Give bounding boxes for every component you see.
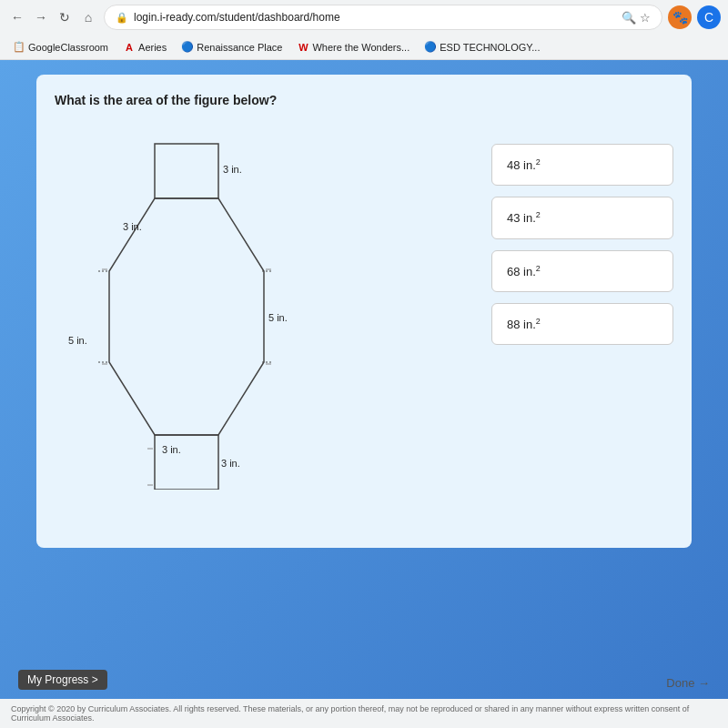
content-area: What is the area of the figure below? 3 … <box>0 60 728 699</box>
svg-text:3 in.: 3 in. <box>221 458 240 469</box>
wonders-icon: W <box>297 41 309 54</box>
my-progress-chevron: > <box>92 673 98 686</box>
bottom-bar: Done → <box>666 676 710 690</box>
bookmark-wonders[interactable]: W Where the Wonders... <box>291 39 415 56</box>
figure-svg: 3 in. 3 in. 5 in. 5 in. 3 i <box>55 126 328 490</box>
search-icon: 🔍 <box>622 11 636 25</box>
bookmark-label: ESD TECHNOLOGY... <box>440 42 540 53</box>
esd-icon: 🔵 <box>424 41 437 54</box>
googleclassroom-icon: 📋 <box>13 41 25 54</box>
svg-rect-2 <box>155 435 218 490</box>
lock-icon: 🔒 <box>116 12 128 24</box>
my-progress-label: My Progress <box>27 673 88 686</box>
star-icon: ☆ <box>640 11 651 25</box>
bookmark-esd[interactable]: 🔵 ESD TECHNOLOGY... <box>419 39 545 56</box>
my-progress-button[interactable]: My Progress > <box>18 670 107 690</box>
question-card: What is the area of the figure below? 3 … <box>36 75 692 548</box>
bookmark-label: Renaissance Place <box>197 42 282 53</box>
copyright-bar: Copyright © 2020 by Curriculum Associate… <box>0 699 728 728</box>
back-button[interactable]: ← <box>7 7 27 27</box>
browser-toolbar: ← → ↻ ⌂ 🔒 login.i-ready.com/student/dash… <box>0 0 728 35</box>
done-button[interactable]: Done → <box>666 676 710 690</box>
figure-area: 3 in. 3 in. 5 in. 5 in. 3 i <box>55 126 464 493</box>
my-progress-bar: My Progress > <box>18 670 107 690</box>
svg-text:3 in.: 3 in. <box>123 221 142 232</box>
bookmark-googleclassroom[interactable]: 📋 GoogleClassroom <box>7 39 114 56</box>
extension-icon-1[interactable]: 🐾 <box>668 5 692 29</box>
bookmark-label: Aeries <box>138 42 167 53</box>
answer-option-1[interactable]: 48 in.2 <box>491 144 673 186</box>
svg-rect-0 <box>155 144 218 198</box>
extension-icon-2[interactable]: C <box>697 5 721 29</box>
svg-text:3 in.: 3 in. <box>162 444 181 455</box>
browser-chrome: ← → ↻ ⌂ 🔒 login.i-ready.com/student/dash… <box>0 0 728 60</box>
address-bar[interactable]: 🔒 login.i-ready.com/student/dashboard/ho… <box>104 5 662 30</box>
url-text: login.i-ready.com/student/dashboard/home <box>134 11 616 24</box>
address-bar-icons: 🔍 ☆ <box>622 11 651 25</box>
browser-icons: 🐾 C <box>668 5 721 29</box>
aeries-icon: A <box>123 41 136 54</box>
question-body: 3 in. 3 in. 5 in. 5 in. 3 i <box>55 126 673 493</box>
refresh-button[interactable]: ↻ <box>55 7 75 27</box>
bookmark-aeries[interactable]: A Aeries <box>117 39 172 56</box>
svg-marker-1 <box>109 198 264 435</box>
home-button[interactable]: ⌂ <box>78 7 98 27</box>
answer-option-2[interactable]: 43 in.2 <box>491 197 673 238</box>
copyright-text: Copyright © 2020 by Curriculum Associate… <box>11 704 717 723</box>
answer-option-3[interactable]: 68 in.2 <box>491 250 673 292</box>
bookmark-label: Where the Wonders... <box>312 42 410 53</box>
svg-text:5 in.: 5 in. <box>268 312 288 323</box>
renaissance-icon: 🔵 <box>181 41 194 54</box>
answers-area: 48 in.2 43 in.2 68 in.2 88 in.2 <box>491 126 673 493</box>
bookmark-label: GoogleClassroom <box>28 42 108 53</box>
bookmark-renaissance[interactable]: 🔵 Renaissance Place <box>176 39 288 56</box>
answer-option-4[interactable]: 88 in.2 <box>491 303 673 345</box>
svg-text:3 in.: 3 in. <box>223 164 242 175</box>
bookmarks-bar: 📋 GoogleClassroom A Aeries 🔵 Renaissance… <box>0 35 728 60</box>
nav-buttons: ← → ↻ ⌂ <box>7 7 98 27</box>
forward-button[interactable]: → <box>31 7 51 27</box>
question-text: What is the area of the figure below? <box>55 93 673 107</box>
svg-text:5 in.: 5 in. <box>68 335 87 346</box>
